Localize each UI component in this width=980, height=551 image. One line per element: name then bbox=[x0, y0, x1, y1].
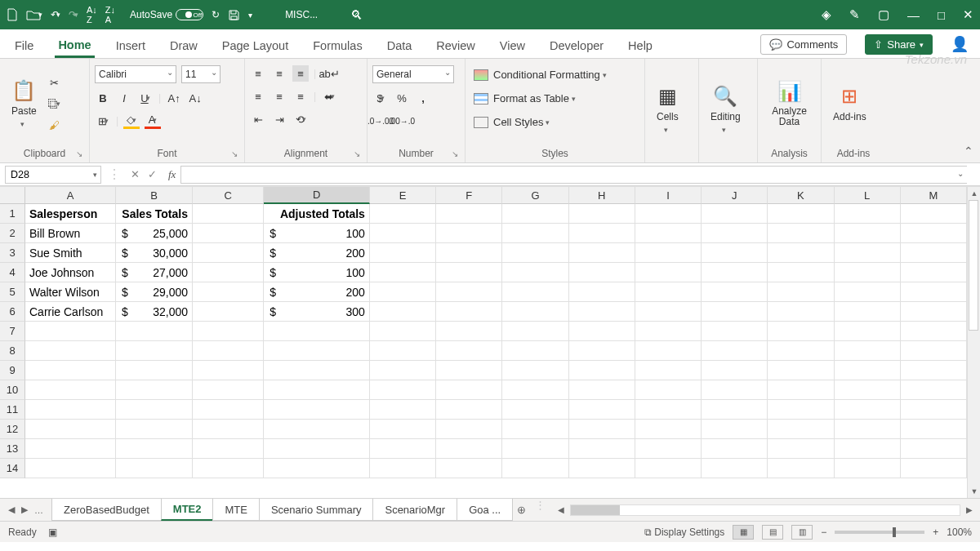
cell[interactable] bbox=[635, 322, 702, 341]
cell[interactable] bbox=[768, 243, 834, 263]
cell[interactable] bbox=[25, 420, 116, 439]
hscroll-left-icon[interactable]: ◀ bbox=[555, 505, 567, 514]
cell[interactable] bbox=[436, 322, 502, 341]
cell[interactable] bbox=[502, 400, 568, 420]
cell[interactable]: $100 bbox=[264, 224, 370, 243]
conditional-formatting-button[interactable]: Conditional Formatting▾ bbox=[470, 67, 639, 82]
cell[interactable] bbox=[569, 341, 635, 361]
cell[interactable] bbox=[635, 204, 702, 224]
minimize-icon[interactable]: — bbox=[907, 8, 920, 22]
cell[interactable] bbox=[768, 459, 834, 478]
cell[interactable] bbox=[193, 459, 264, 478]
cell[interactable] bbox=[702, 243, 768, 263]
cell[interactable] bbox=[702, 263, 768, 282]
cell[interactable] bbox=[370, 263, 436, 282]
cell[interactable] bbox=[901, 459, 967, 478]
cell[interactable] bbox=[768, 282, 834, 302]
cell[interactable] bbox=[569, 322, 635, 341]
cell[interactable] bbox=[702, 380, 768, 400]
cell[interactable] bbox=[436, 263, 502, 282]
row-header[interactable]: 2 bbox=[0, 224, 25, 243]
cell[interactable] bbox=[569, 439, 635, 459]
cell[interactable] bbox=[569, 282, 635, 302]
row-header[interactable]: 7 bbox=[0, 322, 25, 341]
formula-input[interactable] bbox=[180, 166, 967, 184]
cell[interactable] bbox=[835, 439, 901, 459]
cell[interactable] bbox=[835, 400, 901, 420]
row-header[interactable]: 10 bbox=[0, 380, 25, 400]
cell[interactable] bbox=[436, 420, 502, 439]
cell[interactable] bbox=[768, 341, 834, 361]
hscroll-right-icon[interactable]: ▶ bbox=[964, 505, 975, 514]
redo-icon[interactable]: ↷▾ bbox=[69, 9, 78, 20]
cell[interactable] bbox=[502, 204, 568, 224]
cells-button[interactable]: ▦Cells▾ bbox=[650, 62, 685, 157]
sync-icon[interactable]: ↻ bbox=[212, 9, 220, 20]
column-header[interactable]: D bbox=[264, 187, 370, 204]
zoom-slider[interactable] bbox=[835, 531, 924, 534]
cell[interactable] bbox=[193, 204, 264, 224]
zoom-out-icon[interactable]: − bbox=[821, 527, 826, 538]
cell[interactable] bbox=[702, 400, 768, 420]
search-icon[interactable]: 🔍︎ bbox=[350, 8, 363, 22]
cell[interactable] bbox=[436, 302, 502, 322]
cell[interactable] bbox=[635, 341, 702, 361]
cell[interactable] bbox=[635, 420, 702, 439]
cell[interactable] bbox=[502, 302, 568, 322]
cell[interactable]: Carrie Carlson bbox=[25, 302, 116, 322]
cell[interactable] bbox=[436, 224, 502, 243]
cell[interactable] bbox=[901, 204, 967, 224]
column-header[interactable]: J bbox=[702, 187, 768, 204]
column-header[interactable]: C bbox=[193, 187, 264, 204]
cell[interactable] bbox=[569, 243, 635, 263]
cell[interactable] bbox=[370, 380, 436, 400]
cell[interactable] bbox=[569, 224, 635, 243]
column-header[interactable]: G bbox=[502, 187, 568, 204]
cell[interactable] bbox=[835, 204, 901, 224]
cell[interactable] bbox=[768, 361, 834, 380]
autosave-toggle[interactable]: AutoSave Off bbox=[130, 9, 203, 20]
number-launcher-icon[interactable]: ↘ bbox=[452, 149, 458, 158]
cell[interactable] bbox=[768, 420, 834, 439]
cell[interactable] bbox=[116, 439, 193, 459]
cell[interactable] bbox=[193, 361, 264, 380]
increase-indent-icon[interactable]: ⇥ bbox=[271, 111, 287, 127]
cell[interactable]: Sales Totals bbox=[116, 204, 193, 224]
cell[interactable] bbox=[835, 459, 901, 478]
align-middle-icon[interactable]: ≡ bbox=[271, 65, 287, 82]
tab-developer[interactable]: Developer bbox=[546, 33, 607, 58]
cell[interactable] bbox=[264, 361, 370, 380]
cell[interactable] bbox=[569, 400, 635, 420]
cell[interactable] bbox=[768, 380, 834, 400]
cell[interactable] bbox=[635, 263, 702, 282]
cell[interactable] bbox=[436, 439, 502, 459]
cell[interactable] bbox=[116, 361, 193, 380]
cell-styles-button[interactable]: Cell Styles▾ bbox=[470, 114, 639, 130]
cell[interactable] bbox=[264, 400, 370, 420]
cell[interactable] bbox=[502, 322, 568, 341]
cell[interactable] bbox=[901, 361, 967, 380]
cell[interactable] bbox=[116, 341, 193, 361]
tab-formulas[interactable]: Formulas bbox=[310, 33, 365, 58]
tab-data[interactable]: Data bbox=[384, 33, 416, 58]
cell[interactable] bbox=[193, 282, 264, 302]
align-center-icon[interactable]: ≡ bbox=[271, 88, 287, 104]
select-all-corner[interactable] bbox=[0, 187, 25, 204]
fill-color-icon[interactable]: ◇▾ bbox=[123, 113, 140, 129]
align-right-icon[interactable]: ≡ bbox=[292, 88, 309, 104]
display-settings-button[interactable]: ⧉ Display Settings bbox=[644, 527, 724, 538]
column-header[interactable]: K bbox=[768, 187, 834, 204]
cell[interactable] bbox=[835, 302, 901, 322]
cell[interactable] bbox=[502, 282, 568, 302]
cell[interactable] bbox=[835, 224, 901, 243]
align-bottom-icon[interactable]: ≡ bbox=[292, 65, 309, 82]
cell[interactable] bbox=[264, 380, 370, 400]
align-top-icon[interactable]: ≡ bbox=[250, 65, 266, 82]
cell[interactable] bbox=[901, 439, 967, 459]
cell[interactable] bbox=[193, 420, 264, 439]
column-header[interactable]: L bbox=[835, 187, 901, 204]
cell[interactable] bbox=[569, 420, 635, 439]
cell[interactable] bbox=[502, 459, 568, 478]
cell[interactable] bbox=[702, 302, 768, 322]
cell[interactable] bbox=[370, 243, 436, 263]
